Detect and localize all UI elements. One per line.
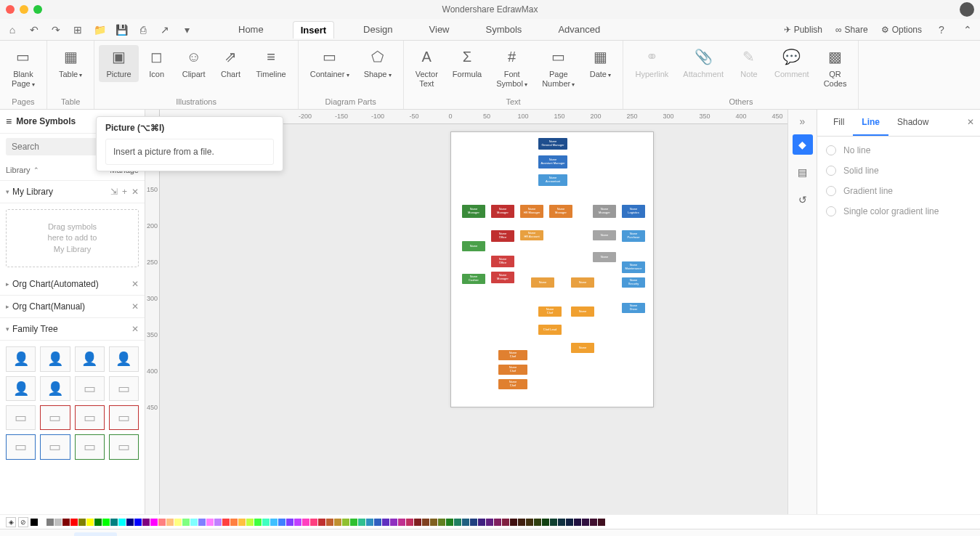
color-swatch[interactable] bbox=[526, 519, 533, 526]
color-swatch[interactable] bbox=[238, 519, 246, 526]
collapse-panel-icon[interactable]: » bbox=[800, 115, 806, 127]
org-node[interactable]: Name bbox=[462, 241, 485, 251]
symbol-item[interactable]: 👤 bbox=[6, 376, 36, 401]
color-swatch[interactable] bbox=[398, 519, 405, 526]
customize-dropdown-icon[interactable]: ▾ bbox=[180, 23, 193, 36]
org-node[interactable]: Name HR Account bbox=[520, 230, 543, 240]
symbol-item[interactable]: 👤 bbox=[109, 346, 139, 371]
org-node[interactable]: Name Chef bbox=[538, 306, 562, 317]
color-swatch[interactable] bbox=[390, 519, 397, 526]
font-symbol-button[interactable]: #Font Symbol bbox=[489, 45, 535, 92]
family-tree-section[interactable]: Family Tree ✕ bbox=[0, 318, 145, 341]
org-node[interactable]: Name Chef bbox=[498, 350, 527, 360]
open-icon[interactable]: 📁 bbox=[93, 23, 106, 36]
line-option-single-gradient[interactable]: Single color gradient line bbox=[826, 206, 971, 216]
color-swatch[interactable] bbox=[494, 519, 501, 526]
color-swatch[interactable] bbox=[222, 519, 230, 526]
color-swatch[interactable] bbox=[262, 519, 270, 526]
canvas-scroll[interactable]: Name General ManagerName Assistant Manag… bbox=[160, 124, 787, 514]
color-swatch[interactable] bbox=[502, 519, 509, 526]
color-swatch[interactable] bbox=[62, 519, 70, 526]
tab-insert[interactable]: Insert bbox=[293, 21, 334, 38]
color-swatch[interactable] bbox=[446, 519, 453, 526]
tab-symbols[interactable]: Symbols bbox=[479, 21, 530, 38]
org-node[interactable]: Name bbox=[571, 306, 594, 317]
color-swatch[interactable] bbox=[342, 519, 349, 526]
symbol-item[interactable]: ▭ bbox=[6, 405, 36, 430]
tab-fill[interactable]: Fill bbox=[825, 110, 853, 136]
tab-design[interactable]: Design bbox=[356, 21, 400, 38]
close-section-icon[interactable]: ✕ bbox=[131, 301, 139, 312]
color-swatch[interactable] bbox=[86, 519, 94, 526]
line-option-none[interactable]: No line bbox=[826, 145, 971, 155]
vector-text-button[interactable]: AVector Text bbox=[408, 45, 445, 92]
date-button[interactable]: ▦Date bbox=[582, 45, 618, 82]
org-node[interactable]: Name bbox=[593, 230, 616, 240]
color-swatch[interactable] bbox=[134, 519, 142, 526]
symbol-item[interactable]: 👤 bbox=[6, 346, 36, 371]
org-node[interactable]: Name Office bbox=[491, 256, 514, 267]
color-swatch[interactable] bbox=[246, 519, 254, 526]
color-swatch[interactable] bbox=[566, 519, 573, 526]
shape-button[interactable]: ⬠Shape bbox=[357, 45, 399, 82]
org-node[interactable]: Name Maintenance bbox=[622, 261, 645, 273]
color-swatch[interactable] bbox=[166, 519, 174, 526]
formula-button[interactable]: ΣFormula bbox=[445, 45, 489, 82]
line-option-solid[interactable]: Solid line bbox=[826, 166, 971, 176]
org-chart-manual-section[interactable]: Org Chart(Manual) ✕ bbox=[0, 296, 145, 318]
color-swatch[interactable] bbox=[486, 519, 493, 526]
org-node[interactable]: Name Chef bbox=[498, 379, 527, 389]
color-swatch[interactable] bbox=[39, 519, 46, 526]
maximize-window-button[interactable] bbox=[33, 5, 42, 14]
color-swatch[interactable] bbox=[126, 519, 134, 526]
color-swatch[interactable] bbox=[558, 519, 565, 526]
color-swatch[interactable] bbox=[318, 519, 325, 526]
minimize-window-button[interactable] bbox=[20, 5, 28, 14]
org-node[interactable]: Name bbox=[593, 252, 616, 262]
close-panel-icon[interactable]: ✕ bbox=[967, 117, 974, 127]
line-option-gradient[interactable]: Gradient line bbox=[826, 186, 971, 196]
tab-line[interactable]: Line bbox=[853, 110, 888, 136]
color-swatch[interactable] bbox=[382, 519, 389, 526]
color-swatch[interactable] bbox=[54, 519, 62, 526]
blank-page-button[interactable]: ▭Blank Page bbox=[4, 45, 42, 92]
color-swatch[interactable] bbox=[550, 519, 557, 526]
fill-tool-icon[interactable]: ◆ bbox=[793, 134, 813, 155]
color-swatch[interactable] bbox=[542, 519, 549, 526]
color-swatch[interactable] bbox=[31, 519, 38, 526]
close-section-icon[interactable]: ✕ bbox=[131, 324, 139, 334]
color-swatch[interactable] bbox=[190, 519, 198, 526]
org-node[interactable]: Name bbox=[531, 277, 554, 288]
symbol-item[interactable]: ▭ bbox=[109, 405, 139, 430]
color-swatch[interactable] bbox=[94, 519, 102, 526]
no-fill-icon[interactable]: ⊘ bbox=[18, 517, 28, 527]
page-setup-icon[interactable]: ▤ bbox=[793, 162, 813, 182]
org-node[interactable]: Name Accountant bbox=[538, 174, 567, 186]
org-node[interactable]: Name Manager bbox=[462, 205, 485, 218]
org-node[interactable]: Name Driver bbox=[622, 303, 645, 313]
table-button[interactable]: ▦Table bbox=[52, 45, 90, 82]
color-swatch[interactable] bbox=[294, 519, 301, 526]
page-number-button[interactable]: ▭Page Number bbox=[535, 45, 582, 92]
color-swatch[interactable] bbox=[358, 519, 365, 526]
save-icon[interactable]: 💾 bbox=[115, 23, 128, 36]
symbol-item[interactable]: 👤 bbox=[40, 346, 70, 371]
org-node[interactable]: Name bbox=[571, 277, 594, 288]
color-swatch[interactable] bbox=[118, 519, 126, 526]
org-node[interactable]: Name General Manager bbox=[538, 138, 567, 150]
symbol-item[interactable]: ▭ bbox=[75, 434, 105, 459]
color-swatch[interactable] bbox=[462, 519, 469, 526]
color-swatch[interactable] bbox=[198, 519, 206, 526]
color-swatch[interactable] bbox=[510, 519, 517, 526]
color-swatch[interactable] bbox=[182, 519, 190, 526]
org-node[interactable]: Name Manager bbox=[491, 272, 514, 283]
collapse-ribbon-icon[interactable]: ⌃ bbox=[961, 23, 974, 36]
color-swatch[interactable] bbox=[278, 519, 286, 526]
org-node[interactable]: Name Chef bbox=[498, 365, 527, 375]
bucket-icon[interactable]: ◈ bbox=[6, 517, 16, 527]
home-icon[interactable]: ⌂ bbox=[6, 23, 19, 36]
symbol-item[interactable]: ▭ bbox=[40, 434, 70, 459]
symbol-item[interactable]: 👤 bbox=[75, 346, 105, 371]
print-icon[interactable]: ⎙ bbox=[137, 23, 150, 36]
color-swatch[interactable] bbox=[518, 519, 525, 526]
